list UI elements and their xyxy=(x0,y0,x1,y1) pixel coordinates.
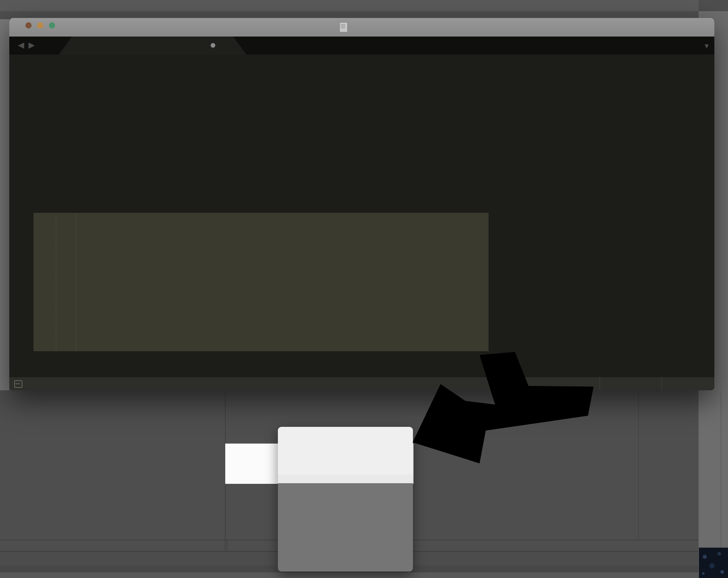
filezilla-left-edge xyxy=(0,19,9,390)
document-icon xyxy=(340,22,347,32)
divider xyxy=(661,377,662,390)
indent-guide xyxy=(56,214,56,350)
tab-nav-arrows-icon[interactable]: ◀▶ xyxy=(18,40,39,50)
zoom-button[interactable] xyxy=(49,22,55,28)
minimize-button[interactable] xyxy=(37,22,43,28)
context-menu-bottom xyxy=(278,483,413,572)
window-bottom-strip xyxy=(0,572,699,578)
context-menu-top xyxy=(278,427,413,475)
context-menu xyxy=(278,427,413,572)
code-editor-area[interactable] xyxy=(9,54,714,390)
layout-icon[interactable] xyxy=(14,380,22,388)
tab-overflow-icon[interactable]: ▼ xyxy=(703,42,710,50)
desktop-wallpaper-corner xyxy=(699,548,728,578)
screen: ◀▶ ▼ xyxy=(0,0,728,578)
filezilla-titlebar xyxy=(0,0,699,11)
minimap[interactable] xyxy=(646,57,708,150)
modified-dot-icon xyxy=(211,43,215,48)
editor-titlebar[interactable] xyxy=(9,18,714,36)
divider xyxy=(599,377,600,390)
close-button[interactable] xyxy=(25,22,32,28)
divider xyxy=(227,540,227,551)
sublime-text-window: ◀▶ ▼ xyxy=(9,18,714,390)
selection-highlight-block xyxy=(33,213,489,351)
tab-style-css[interactable] xyxy=(59,36,246,54)
right-pane-edge xyxy=(638,391,639,540)
context-menu-gap xyxy=(278,475,413,483)
indent-guide xyxy=(76,214,76,350)
editor-status-bar xyxy=(9,377,714,390)
editor-tab-bar: ◀▶ ▼ xyxy=(9,36,714,54)
